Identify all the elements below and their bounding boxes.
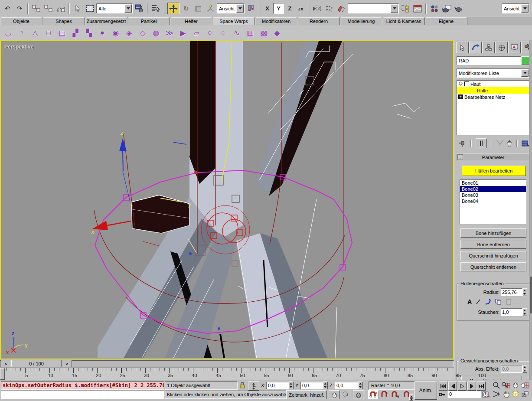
- select-and-manipulate-icon[interactable]: [205, 3, 216, 14]
- dropdown-arrow-icon[interactable]: [521, 69, 529, 77]
- add-time-tag-button[interactable]: Zeitmark. hinzuf.: [286, 390, 327, 399]
- dropdown-arrow-icon[interactable]: [391, 4, 398, 13]
- shelf-tab[interactable]: Objekte: [0, 17, 42, 25]
- spacewarp-deflector-icon[interactable]: ▱: [191, 27, 202, 39]
- bone-list[interactable]: Bone01Bone02Bone03Bone04: [460, 179, 526, 224]
- shelf-tab[interactable]: Space Warps: [212, 17, 255, 25]
- z-coordinate-field[interactable]: 0,0: [335, 382, 359, 389]
- modify-tab[interactable]: [469, 42, 482, 53]
- add-bone-button[interactable]: Bone hinzufügen: [460, 228, 526, 238]
- next-frame-button[interactable]: >: [62, 360, 72, 368]
- spacewarp-path-follow-icon[interactable]: ∿: [231, 27, 242, 39]
- zoom-all-icon[interactable]: [502, 381, 510, 389]
- scrollbar-thumb[interactable]: [530, 277, 532, 313]
- display-tab[interactable]: [508, 42, 521, 53]
- maxscript-listener-input[interactable]: [1, 391, 164, 399]
- y-coordinate-field[interactable]: 0,0: [300, 382, 324, 389]
- snap-toggle-3d-icon[interactable]: 3: [368, 390, 379, 399]
- shelf-tab[interactable]: Modellierung: [340, 17, 382, 25]
- shelf-tab[interactable]: Partikel: [127, 17, 170, 25]
- select-by-name-icon[interactable]: [134, 3, 145, 14]
- abs-effect-field[interactable]: 0,0: [501, 365, 522, 373]
- spacewarp-ffd-cyl-icon[interactable]: ▩: [258, 27, 269, 39]
- go-to-end-icon[interactable]: [477, 381, 486, 391]
- x-spinner[interactable]: [289, 381, 294, 389]
- arc-rotate-icon[interactable]: [512, 390, 520, 398]
- squash-spinner[interactable]: [522, 308, 527, 316]
- pin-stack-icon[interactable]: [458, 140, 467, 147]
- next-frame-icon[interactable]: [467, 381, 476, 391]
- make-unique-icon[interactable]: [496, 140, 504, 147]
- create-tab[interactable]: [456, 42, 469, 53]
- current-frame-field[interactable]: 0: [447, 391, 481, 398]
- z-spinner[interactable]: [358, 381, 363, 389]
- stack-item-envelope[interactable]: ······ Hülle: [457, 87, 529, 94]
- time-configuration-icon[interactable]: [482, 391, 490, 398]
- select-and-rotate-icon[interactable]: ↻: [180, 3, 192, 14]
- spacewarp-displace-icon[interactable]: ◈: [124, 27, 135, 39]
- squash-field[interactable]: 1,0: [501, 308, 522, 316]
- render-scene-icon[interactable]: [441, 3, 452, 14]
- abs-effect-spinner[interactable]: [522, 365, 527, 373]
- min-max-toggle-icon[interactable]: [521, 391, 529, 398]
- zoom-icon[interactable]: [493, 381, 500, 389]
- mirror-icon[interactable]: [311, 3, 323, 14]
- remove-bone-button[interactable]: Bone entfernen: [460, 240, 526, 249]
- expand-icon[interactable]: +: [458, 95, 463, 99]
- dropdown-arrow-icon[interactable]: [521, 4, 529, 13]
- zoom-extents-all-icon[interactable]: [521, 381, 529, 389]
- dropdown-arrow-icon[interactable]: [124, 4, 132, 13]
- track-bar-frame-marker[interactable]: [0, 368, 5, 380]
- hierarchy-tab[interactable]: [482, 42, 495, 53]
- reference-coordinate-system-dropdown[interactable]: Ansicht: [217, 3, 245, 13]
- viewport-scene[interactable]: z y x z y x: [1, 41, 453, 359]
- shelf-tab[interactable]: Licht & Kameras: [382, 17, 425, 25]
- paste-envelope-icon[interactable]: [506, 299, 512, 305]
- hatch-cube-icon[interactable]: [353, 390, 364, 399]
- spacewarp-ripple-icon[interactable]: ◝: [16, 27, 27, 39]
- panel-scrollbar[interactable]: [529, 40, 532, 380]
- add-cross-section-button[interactable]: Querschnitt hinzufügen: [460, 251, 526, 260]
- go-to-start-icon[interactable]: [439, 381, 447, 391]
- stack-item-editable-mesh[interactable]: + Bearbeitbares Netz: [457, 94, 529, 100]
- restrict-plane-button[interactable]: zx: [296, 3, 306, 13]
- edit-envelopes-button[interactable]: Hüllen bearbeiten: [462, 166, 526, 176]
- sort-list-icon[interactable]: [150, 3, 162, 14]
- spinner-snap-icon[interactable]: [403, 391, 413, 401]
- spacewarp-ffd-box-icon[interactable]: ▦: [245, 27, 256, 39]
- transform-type-in-icon[interactable]: [248, 381, 259, 391]
- spacewarp-taper-icon[interactable]: ▞: [70, 27, 81, 39]
- radius-spinner[interactable]: [522, 288, 527, 296]
- zoom-extents-icon[interactable]: [512, 381, 519, 389]
- bone-mesh[interactable]: [131, 195, 189, 233]
- stack-item-skin[interactable]: - Haut: [457, 81, 529, 87]
- previous-frame-button[interactable]: <: [1, 360, 11, 368]
- copy-envelope-icon[interactable]: [495, 299, 502, 305]
- motion-tab[interactable]: [495, 42, 508, 53]
- radius-field[interactable]: 255,76: [501, 288, 522, 296]
- animate-button[interactable]: Anim.: [415, 381, 437, 400]
- shelf-tab[interactable]: Helfer: [170, 17, 212, 25]
- select-and-move-icon[interactable]: [167, 3, 180, 14]
- select-object-icon[interactable]: [72, 3, 83, 14]
- rollout-collapse-icon[interactable]: -: [457, 154, 463, 160]
- maxscript-listener-output[interactable]: skinOps.setOuterRadius $.modifiers[#Skin…: [1, 381, 164, 390]
- time-slider-handle[interactable]: 0 / 100: [11, 360, 62, 368]
- spacewarp-twist-icon[interactable]: ▤: [56, 27, 68, 39]
- object-name-field[interactable]: RAD: [457, 56, 521, 65]
- selection-filter-dropdown[interactable]: Alle: [96, 3, 133, 13]
- spacewarp-udeflector-icon[interactable]: ◌: [218, 27, 229, 39]
- spacewarp-pbomb-icon[interactable]: ◉: [110, 27, 121, 39]
- absolute-mode-icon[interactable]: A: [467, 298, 472, 305]
- rollout-header[interactable]: - Parameter: [456, 153, 531, 161]
- remove-cross-section-button[interactable]: Querschnitt entfernen: [460, 262, 526, 271]
- bone-list-item[interactable]: Bone02: [460, 186, 526, 192]
- redo-icon[interactable]: ↷: [14, 3, 25, 14]
- edit-named-selections-icon[interactable]: [400, 3, 411, 14]
- spacewarp-bend-icon[interactable]: □: [43, 27, 54, 39]
- y-spinner[interactable]: [323, 381, 328, 389]
- pan-hand-icon[interactable]: [503, 390, 510, 398]
- angle-snap-icon[interactable]: [381, 391, 388, 398]
- shelf-tab[interactable]: Rendern: [297, 17, 340, 25]
- modifier-list-dropdown[interactable]: Modifikatoren-Liste: [457, 68, 529, 78]
